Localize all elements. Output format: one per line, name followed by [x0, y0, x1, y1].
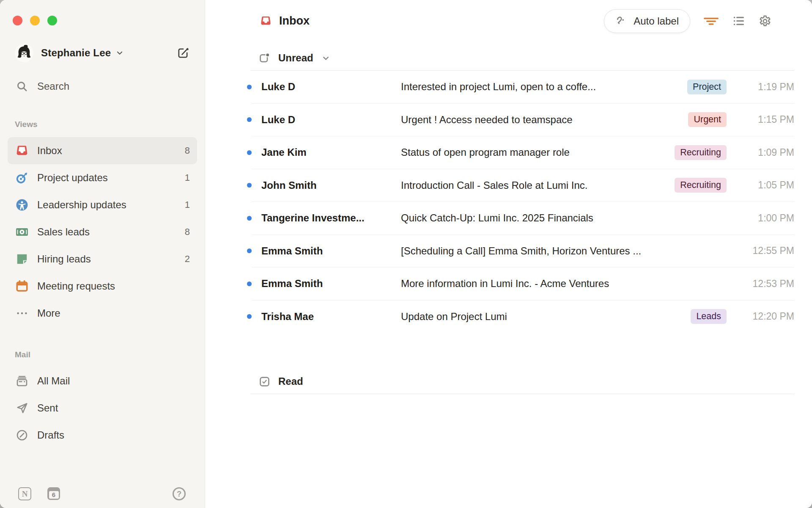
email-sender: Tangerine Investme...	[261, 212, 401, 224]
read-section-header[interactable]: Read	[247, 369, 794, 394]
sidebar-item-label: Project updates	[37, 172, 176, 184]
all-mail-icon	[16, 375, 28, 387]
close-button[interactable]	[13, 16, 22, 25]
email-subject: [Scheduling a Call] Emma Smith, Horizon …	[401, 245, 727, 257]
email-row[interactable]: John SmithIntroduction Call - Sales Role…	[247, 169, 794, 202]
unread-dot	[247, 248, 252, 253]
search-label: Search	[37, 80, 69, 92]
filter-icon[interactable]	[703, 16, 719, 27]
help-icon[interactable]: ?	[172, 486, 187, 501]
sidebar-item-more[interactable]: More	[8, 300, 197, 327]
sidebar-item-sales-leads[interactable]: Sales leads8	[8, 218, 197, 246]
unread-dot	[247, 150, 252, 155]
email-tag[interactable]: Project	[687, 80, 727, 94]
unread-dot	[247, 183, 252, 188]
window-controls	[13, 16, 57, 25]
sidebar-item-inbox[interactable]: Inbox8	[8, 137, 197, 164]
sidebar-item-drafts[interactable]: Drafts	[8, 422, 197, 449]
profile-name[interactable]: Stephanie Lee	[41, 47, 111, 59]
avatar[interactable]	[15, 44, 33, 62]
email-tag[interactable]: Leads	[691, 309, 727, 324]
search-icon	[16, 80, 28, 93]
email-time: 1:05 PM	[727, 179, 794, 191]
sidebar-item-label: Drafts	[37, 429, 190, 441]
email-list: Luke DInterested in project Lumi, open t…	[247, 71, 794, 333]
chevron-down-icon[interactable]	[321, 53, 331, 63]
notion-logo[interactable]: N	[18, 487, 31, 500]
sidebar-section: MailAll MailSentDrafts	[0, 350, 205, 449]
email-time: 12:55 PM	[727, 245, 794, 257]
email-tag[interactable]: Recruiting	[675, 145, 727, 160]
sidebar-item-all-mail[interactable]: All Mail	[8, 367, 197, 395]
auto-label-label: Auto label	[634, 15, 679, 27]
unread-count: 1	[185, 199, 190, 210]
email-row[interactable]: Emma Smith[Scheduling a Call] Emma Smith…	[247, 235, 794, 268]
compose-button[interactable]	[176, 47, 189, 60]
email-sender: Jane Kim	[261, 146, 401, 158]
email-time: 1:00 PM	[727, 213, 794, 224]
section-divider	[250, 394, 794, 394]
sidebar-item-label: Meeting requests	[37, 280, 190, 292]
unread-dot	[247, 314, 252, 319]
sidebar-item-label: More	[37, 307, 190, 319]
sidebar-item-hiring-leads[interactable]: Hiring leads2	[8, 246, 197, 273]
sidebar-item-sent[interactable]: Sent	[8, 395, 197, 422]
email-subject: Interested in project Lumi, open to a co…	[401, 81, 679, 93]
email-subject: Introduction Call - Sales Role at Lumi I…	[401, 179, 666, 191]
sidebar-item-label: Leadership updates	[37, 199, 176, 211]
calendar-app-icon[interactable]: 6	[47, 487, 60, 500]
email-row[interactable]: Tangerine Investme...Quick Catch-Up: Lum…	[247, 202, 794, 235]
list-view-icon[interactable]	[732, 14, 745, 28]
section-label: Views	[0, 119, 205, 130]
email-time: 1:15 PM	[727, 114, 794, 125]
drafts-icon	[16, 429, 28, 442]
email-tag[interactable]: Urgent	[688, 112, 727, 127]
send-icon	[16, 402, 28, 414]
unread-label: Unread	[278, 52, 313, 64]
email-row[interactable]: Emma SmithMore information in Lumi Inc. …	[247, 268, 794, 300]
unread-dot	[247, 117, 252, 122]
inbox-icon	[16, 144, 28, 157]
sidebar-item-project-updates[interactable]: Project updates1	[8, 164, 197, 191]
email-sender: Trisha Mae	[261, 311, 401, 323]
read-checkbox-icon	[258, 375, 271, 388]
sidebar-sections: ViewsInbox8Project updates1Leadership up…	[0, 119, 205, 449]
unread-count: 8	[185, 145, 190, 156]
unread-dot	[247, 85, 252, 89]
email-row[interactable]: Jane KimStatus of open program manager r…	[247, 136, 794, 169]
email-time: 12:53 PM	[727, 278, 794, 290]
app-window: Stephanie Lee Search ViewsInbox8Project …	[0, 0, 812, 508]
email-subject: Quick Catch-Up: Lumi Inc. 2025 Financial…	[401, 212, 727, 224]
email-sender: John Smith	[261, 179, 401, 191]
note-icon	[16, 253, 28, 265]
ellipsis-icon	[16, 307, 28, 320]
settings-gear-icon[interactable]	[758, 14, 772, 28]
header-controls: Auto label	[604, 9, 772, 33]
search-button[interactable]: Search	[8, 78, 197, 95]
unread-count: 2	[185, 254, 190, 265]
email-sender: Emma Smith	[261, 245, 401, 257]
sidebar: Stephanie Lee Search ViewsInbox8Project …	[0, 0, 205, 508]
sidebar-item-meeting-requests[interactable]: Meeting requests	[8, 273, 197, 300]
auto-label-button[interactable]: Auto label	[604, 9, 690, 33]
chevron-down-icon[interactable]	[115, 48, 124, 58]
email-sender: Luke D	[261, 114, 401, 126]
email-tag[interactable]: Recruiting	[675, 178, 727, 193]
email-row[interactable]: Luke DInterested in project Lumi, open t…	[247, 71, 794, 103]
section-label: Mail	[0, 350, 205, 360]
sidebar-item-leadership-updates[interactable]: Leadership updates1	[8, 191, 197, 218]
email-subject: Update on Project Lumi	[401, 311, 682, 323]
minimize-button[interactable]	[30, 16, 40, 25]
unread-dot	[247, 282, 252, 286]
email-row[interactable]: Trisha MaeUpdate on Project LumiLeads12:…	[247, 301, 794, 333]
main-panel: Inbox Auto label	[205, 0, 812, 508]
email-sender: Luke D	[261, 81, 401, 93]
email-sender: Emma Smith	[261, 278, 401, 290]
page-title: Inbox	[279, 14, 310, 28]
email-row[interactable]: Luke DUrgent ! Access needed to teamspac…	[247, 104, 794, 136]
unread-section-header[interactable]: Unread	[247, 46, 794, 70]
zoom-button[interactable]	[47, 16, 57, 25]
unread-count: 1	[185, 172, 190, 183]
read-label: Read	[278, 375, 303, 387]
email-time: 12:20 PM	[727, 311, 794, 322]
